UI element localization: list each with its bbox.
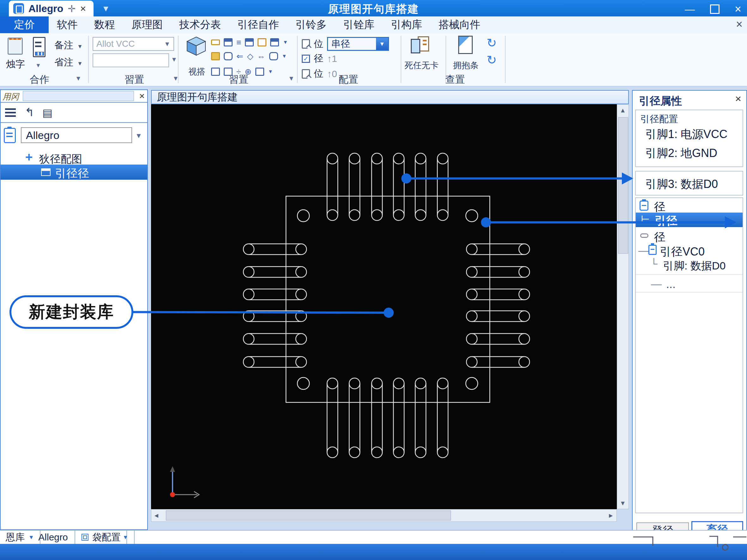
ribbon-grid-icon[interactable]: ⇐	[236, 52, 243, 60]
menu-item-1[interactable]: 软件	[49, 17, 86, 33]
chevron-down-icon[interactable]: ▼	[135, 132, 142, 140]
chevron-down-icon[interactable]: ▼	[35, 62, 41, 69]
group-label-5: 查置	[427, 73, 484, 86]
sidebar-close-icon[interactable]: ×	[139, 91, 145, 101]
pad-icon[interactable]	[302, 69, 310, 79]
tree-row[interactable]: 径	[636, 229, 743, 243]
menu-item-9[interactable]: 搭械向件	[430, 17, 489, 33]
annotate-dropdown[interactable]: 省注▼	[54, 56, 83, 69]
horizontal-scroll-thumb[interactable]	[166, 510, 451, 521]
menu-item-7[interactable]: 引铨库	[335, 17, 383, 33]
pin-config-title: 引径配置	[640, 113, 678, 126]
ribbon-grid-icon[interactable]	[269, 52, 278, 60]
canvas-vertical-scrollbar[interactable]: ▲ ▼	[617, 104, 629, 509]
menu-item-6[interactable]: 引铃多	[287, 17, 335, 33]
back-arrow-icon[interactable]: ↰	[25, 106, 34, 119]
minimize-button[interactable]: —	[685, 3, 695, 15]
chevron-down-icon[interactable]: ▼	[75, 75, 81, 82]
ribbon-grid-icon[interactable]	[224, 38, 233, 47]
preview-label: 视搭	[188, 66, 205, 77]
expand-icon[interactable]: +	[25, 150, 32, 164]
status-dropdown[interactable]: ▼	[117, 531, 135, 544]
chevron-down-icon: ▼	[164, 41, 170, 48]
sidebar-tab-label[interactable]: 用冈	[2, 91, 19, 102]
menu-item-5[interactable]: 引径自作	[229, 17, 287, 33]
chevron-down-icon[interactable]: ▼	[171, 56, 177, 63]
ribbon-grid-icon[interactable]	[270, 38, 279, 47]
paste-icon[interactable]	[7, 37, 23, 55]
close-button[interactable]: ×	[735, 2, 741, 16]
ribbon-grid-icon[interactable]	[211, 39, 220, 45]
scroll-right-icon[interactable]: ►	[608, 509, 614, 522]
callout-text: 新建封装库	[29, 301, 114, 323]
menu-item-3[interactable]: 原理图	[123, 17, 171, 33]
library-combobox[interactable]: Allegro	[21, 127, 132, 143]
page-corner-icon[interactable]	[458, 36, 473, 54]
sync-icon[interactable]: ↻	[487, 54, 497, 66]
chevron-down-icon[interactable]: ▼	[283, 40, 288, 45]
group-label-3: 習置	[209, 73, 268, 86]
tree-item-selected[interactable]: 引径径	[1, 165, 147, 180]
canvas-horizontal-scrollbar[interactable]: ◄ ►	[151, 509, 617, 522]
dash-icon: —	[638, 244, 649, 257]
taskbar-strip	[0, 544, 747, 560]
sync-icon[interactable]: ↻	[487, 37, 497, 49]
scroll-up-icon[interactable]: ▲	[617, 105, 628, 116]
tree-row[interactable]: └ 引脚: 数据D0	[636, 258, 743, 272]
maximize-button[interactable]	[710, 4, 720, 14]
chevron-down-icon[interactable]: ▼	[282, 54, 287, 59]
row-label: 径	[314, 52, 323, 65]
empty-combobox[interactable]	[93, 53, 169, 67]
ribbon-grid-icon[interactable]	[258, 38, 266, 47]
menu-item-4[interactable]: 技术分表	[171, 17, 229, 33]
pad-type-combobox[interactable]: 串径 ▼	[327, 37, 389, 51]
ribbon-grid-icon[interactable]: ≡	[236, 38, 241, 47]
chevron-down-icon[interactable]: ▼	[376, 38, 388, 50]
scroll-down-icon[interactable]: ▼	[617, 498, 628, 509]
menu-bar: 定价 软件 数程 原理图 技术分表 引径自作 引铃多 引铨库 引构库 搭械向件 …	[0, 17, 747, 33]
menu-item-2[interactable]: 数程	[86, 17, 123, 33]
schematic-canvas[interactable]	[151, 104, 617, 509]
pin-properties-panel: 引径属性 × 引径配置 引脚1: 电源VCC 引脚2: 地GND 引脚3: 数据…	[632, 90, 747, 543]
allegro-status-tab[interactable]: Allegro	[32, 531, 75, 544]
grid-icon[interactable]: ▤	[42, 106, 52, 119]
menu-close-icon[interactable]: ×	[736, 18, 743, 31]
menu-item-0[interactable]: 定价	[0, 17, 49, 33]
list-icon[interactable]	[5, 108, 16, 119]
pin2-value: 引脚2: 地GND	[645, 145, 717, 161]
ribbon-grid-icon[interactable]	[224, 52, 233, 60]
status-bar: 恩库▼ Allegro 袋配置 ▼	[0, 530, 747, 544]
pad-icon[interactable]	[302, 39, 310, 49]
dash-icon: —	[651, 277, 662, 290]
chevron-down-icon[interactable]: ▼	[288, 75, 294, 82]
ribbon-grid-icon[interactable]: ◇	[247, 52, 253, 60]
view-card-label[interactable]: 死任无卡	[403, 60, 440, 71]
ribbon-grid-icon[interactable]	[245, 38, 254, 47]
windows-icon[interactable]	[411, 36, 429, 55]
ribbon-grid-icon[interactable]	[211, 52, 220, 60]
checked-icon[interactable]: ✓	[302, 55, 310, 63]
chevron-down-icon[interactable]: ▼	[268, 69, 273, 74]
tree-row[interactable]: 径	[636, 199, 743, 213]
toolbar-strip-label[interactable]: 拥抱条	[451, 60, 480, 71]
pin3-value: 引脚3: 数据D0	[645, 177, 718, 192]
scroll-left-icon[interactable]: ◄	[153, 509, 160, 522]
cube-3d-icon[interactable]	[186, 36, 207, 58]
menu-item-8[interactable]: 引构库	[383, 17, 430, 33]
note-dropdown[interactable]: 备注▼	[54, 39, 83, 52]
document-icon[interactable]	[33, 37, 46, 57]
chevron-down-icon: ▼	[77, 43, 83, 50]
ribbon-grid-icon[interactable]: ⇔	[257, 52, 265, 60]
tree-row[interactable]: — ...	[636, 277, 743, 291]
tree-item-label: 引径径	[55, 166, 89, 181]
tree-item-config[interactable]: + 狄径配图	[1, 151, 147, 164]
tree-row[interactable]: — 引径VC0	[636, 243, 743, 258]
panel-close-icon[interactable]: ×	[735, 92, 741, 105]
vertical-scroll-thumb[interactable]	[618, 117, 628, 254]
tree-row-selected[interactable]: ⊢ 引径	[636, 213, 743, 227]
panel-title: 引径属性	[639, 94, 682, 108]
tree-row-label: 引脚: 数据D0	[663, 259, 725, 273]
pin1-value: 引脚1: 电源VCC	[645, 127, 727, 142]
sidebar-search-input[interactable]	[23, 91, 134, 101]
net-combobox[interactable]: Allot VCC▼	[93, 37, 174, 51]
